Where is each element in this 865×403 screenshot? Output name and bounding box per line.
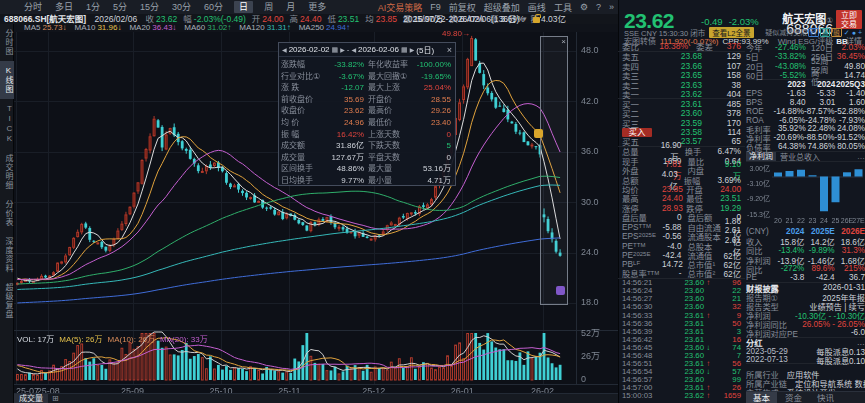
estimate-value: -42.4 — [804, 273, 834, 282]
sup-label: TTM — [647, 270, 659, 276]
profit-tab-净利润[interactable]: 净利润 — [746, 152, 776, 161]
range-stat-label: 年化收益率 — [368, 59, 412, 71]
range-stat-value: 35.69 — [321, 94, 368, 106]
peak-price-marker: 49.80→ — [430, 29, 470, 38]
order-volume: 404 — [702, 89, 741, 99]
trade-time: 15:00:03 — [622, 391, 668, 400]
fin-metric-value: -6.05% — [776, 116, 805, 125]
perf-row-3: 60日-5.52%52周低14.74 — [746, 71, 865, 81]
estimate-value: 215% — [835, 264, 865, 273]
fin-year: 2025Q3 — [835, 80, 865, 89]
toolbar-tab-多日[interactable]: 多日 — [53, 1, 75, 13]
calendar-icon[interactable]: ▦ — [332, 46, 339, 54]
toolbar-item-5[interactable]: 工具 — [554, 1, 572, 14]
fin-metric-value: 8.40 — [776, 98, 806, 107]
fin-metric-value: -91.52% — [835, 133, 865, 142]
lock-icon[interactable] — [533, 17, 540, 23]
order-volume: 170 — [702, 118, 741, 128]
toolbar-tab-日[interactable]: 日 — [234, 1, 253, 13]
order-price: 23.59 — [652, 118, 702, 128]
range-stat-value: -33.82% — [321, 59, 368, 71]
toolbar-tab-15分[interactable]: 15分 — [138, 1, 161, 13]
toolbar-tab-周[interactable]: 周 — [262, 1, 275, 13]
gear-icon[interactable]: ⚙ — [580, 2, 588, 12]
order-volume: 485 — [702, 99, 741, 109]
next-date-icon2[interactable]: ▶ — [410, 46, 415, 53]
range-stat-label: 前收盘价 — [281, 94, 321, 106]
chevron-down-icon[interactable]: ▼ — [522, 14, 528, 24]
toolbar-item-1[interactable]: F9 — [430, 2, 441, 12]
toolbar-item-2[interactable]: 前复权 — [449, 1, 476, 14]
range-stat-value: 29.26 — [412, 105, 455, 117]
news-flag-icon[interactable] — [534, 129, 543, 138]
toolbar-item-0[interactable]: AI交易策略 — [378, 1, 423, 14]
sidebar-item-K线图[interactable]: K线图 — [0, 61, 14, 99]
fin-metric-value: -87.57% — [804, 107, 835, 116]
close-icon[interactable]: × — [561, 37, 566, 46]
range-stat-label: 均 价 — [281, 117, 321, 129]
toolbar-tab-1分[interactable]: 1分 — [84, 1, 102, 13]
price-change: -0.49-2.03% — [701, 16, 759, 27]
more-dots-icon[interactable]: … — [857, 152, 865, 161]
dividend-row-1: 2022-07-13每股派息0.10 — [746, 356, 865, 365]
report-value: -6.0 — [798, 328, 865, 337]
next-date-icon[interactable]: ▶ — [340, 46, 345, 53]
fin-table-header: 202320242025Q3 — [746, 80, 865, 89]
profit-tab-营业总收入[interactable]: 营业总收入 — [780, 151, 820, 162]
sup-label: LF — [633, 260, 640, 266]
toolbar-tab-60分[interactable]: 60分 — [202, 1, 225, 13]
toolbar-item-4[interactable]: 画线 — [528, 1, 546, 14]
range-selection-rect[interactable]: × — [540, 36, 568, 305]
ma-label-MA120: MA120 — [239, 24, 264, 32]
date-range-control[interactable]: 2025/07/22-2026/02/06(136日) ▼ — [403, 14, 540, 24]
perf-value: -27.46% — [772, 42, 806, 52]
report-row-5: 净利润对应PE-6.0 — [746, 329, 865, 338]
sidebar-item-TICK[interactable]: TICK — [0, 99, 14, 149]
toolbar-tab-更多[interactable]: 更多 — [306, 1, 328, 13]
range-stat-label: 最大量 — [368, 163, 412, 175]
fin-metric-value: -7.93% — [836, 116, 865, 125]
ma-value-MA60: 31.02↑ — [207, 24, 231, 32]
help-icon[interactable]: ? — [596, 2, 601, 12]
perf-value: 2.03% — [836, 42, 865, 52]
fin-metric-value: 22.48% — [806, 124, 836, 133]
bottom-tab-快讯[interactable]: 快讯 — [810, 392, 841, 403]
range-stat-label: 区间换手 — [281, 163, 321, 175]
toolbar-tab-月[interactable]: 月 — [284, 1, 297, 13]
range-statistics-grid: 涨跌幅-33.82%年化收益率-100.00%行业对比①-3.67%最大回撤①-… — [279, 57, 455, 189]
order-price: 23.68 — [652, 51, 702, 61]
sidebar-item-超级复盘[interactable]: 超级复盘 — [0, 278, 14, 324]
bottom-tab-基本[interactable]: 基本 — [746, 392, 777, 403]
range-end-date[interactable]: 2026-02-06 — [358, 45, 399, 54]
prev-date-icon[interactable]: ◀ — [282, 46, 287, 53]
more-icon[interactable]: » — [609, 2, 614, 12]
sidebar-item-分价表[interactable]: 分价表 — [0, 195, 14, 232]
prev-date-icon2[interactable]: ◀ — [351, 46, 356, 53]
sidebar-item-分时图[interactable]: 分时图 — [0, 24, 14, 61]
range-stat-label: 上涨天数 — [368, 129, 412, 141]
toolbar-tab-30分[interactable]: 30分 — [170, 1, 193, 13]
close-icon[interactable]: × — [447, 45, 452, 55]
info-field-label: 高 — [290, 14, 299, 24]
fin-metric-value: 74.86% — [806, 142, 836, 151]
info-field-label: 均 — [365, 14, 374, 24]
range-stat-label: 最小量 — [368, 175, 412, 187]
vol-header-item-3: MA(20): 33万 — [160, 333, 208, 344]
volume-tab[interactable]: 成交量 — [14, 394, 48, 403]
add-indicator-icon[interactable]: ⊞ — [52, 394, 59, 403]
order-price: 23.62 — [652, 89, 702, 99]
range-start-date[interactable]: 2026-02-02 — [289, 45, 330, 54]
toolbar-tab-5分[interactable]: 5分 — [111, 1, 129, 13]
fin-metric-value: 35.92% — [776, 124, 806, 133]
sidebar-item-深度资料[interactable]: 深度资料 — [0, 232, 14, 278]
event-marker-icon[interactable] — [556, 286, 565, 295]
range-stat-value: -12.07 — [321, 82, 368, 94]
toolbar-item-3[interactable]: 超级叠加 — [484, 1, 520, 14]
toolbar-tab-分时[interactable]: 分时 — [22, 1, 44, 13]
bottom-tab-资金[interactable]: 资金 — [778, 392, 809, 403]
fin-metric-value: -88.50% — [804, 133, 835, 142]
range-stat-label: 最高价 — [368, 105, 412, 117]
range-stat-value: 53.16万 — [412, 163, 455, 175]
calendar-icon2[interactable]: ▦ — [401, 46, 408, 54]
sidebar-item-成交明细[interactable]: 成交明细 — [0, 149, 14, 195]
